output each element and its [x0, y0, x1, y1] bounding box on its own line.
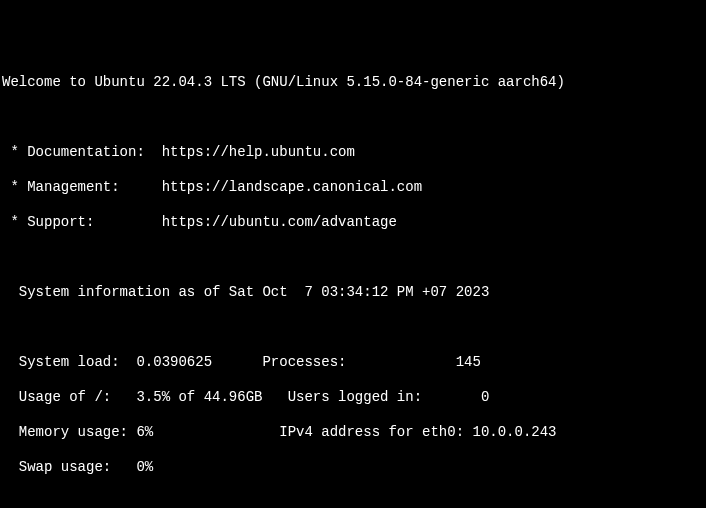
- blank: [2, 109, 704, 127]
- blank: [2, 249, 704, 267]
- motd-welcome: Welcome to Ubuntu 22.04.3 LTS (GNU/Linux…: [2, 74, 704, 92]
- motd-support-link: * Support: https://ubuntu.com/advantage: [2, 214, 704, 232]
- sysinfo-row: Usage of /: 3.5% of 44.96GB Users logged…: [2, 389, 704, 407]
- sysinfo-row: Memory usage: 6% IPv4 address for eth0: …: [2, 424, 704, 442]
- blank: [2, 494, 704, 508]
- sysinfo-row: System load: 0.0390625 Processes: 145: [2, 354, 704, 372]
- motd-mgmt-link: * Management: https://landscape.canonica…: [2, 179, 704, 197]
- sysinfo-row: Swap usage: 0%: [2, 459, 704, 477]
- blank: [2, 319, 704, 337]
- motd-doc-link: * Documentation: https://help.ubuntu.com: [2, 144, 704, 162]
- sysinfo-header: System information as of Sat Oct 7 03:34…: [2, 284, 704, 302]
- annotation-arrow-icon: [177, 477, 227, 491]
